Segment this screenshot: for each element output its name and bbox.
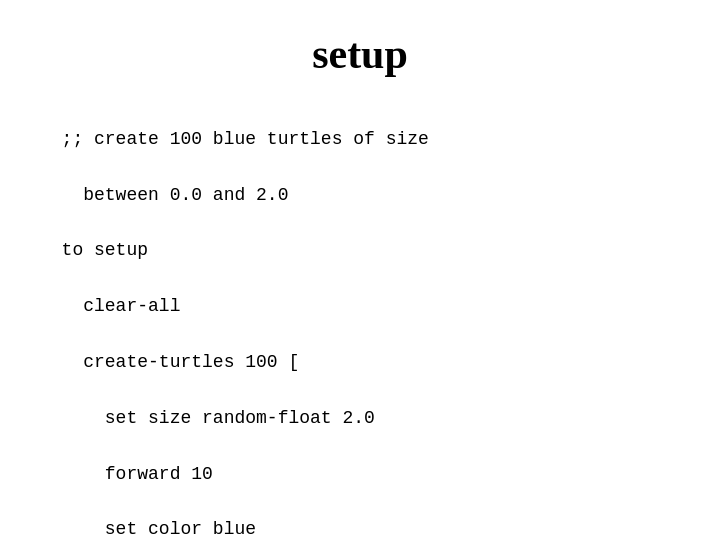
code-line-7: forward 10 [62,464,213,484]
code-line-6: set size random-float 2.0 [62,408,375,428]
code-block: ;; create 100 blue turtles of size betwe… [20,98,429,540]
page-title: setup [312,30,408,78]
code-line-1: ;; create 100 blue turtles of size [62,129,429,149]
code-line-5: create-turtles 100 [ [62,352,300,372]
code-line-2: between 0.0 and 2.0 [62,185,289,205]
code-line-4: clear-all [62,296,181,316]
code-line-3: to setup [62,240,148,260]
code-line-8: set color blue [62,519,256,539]
